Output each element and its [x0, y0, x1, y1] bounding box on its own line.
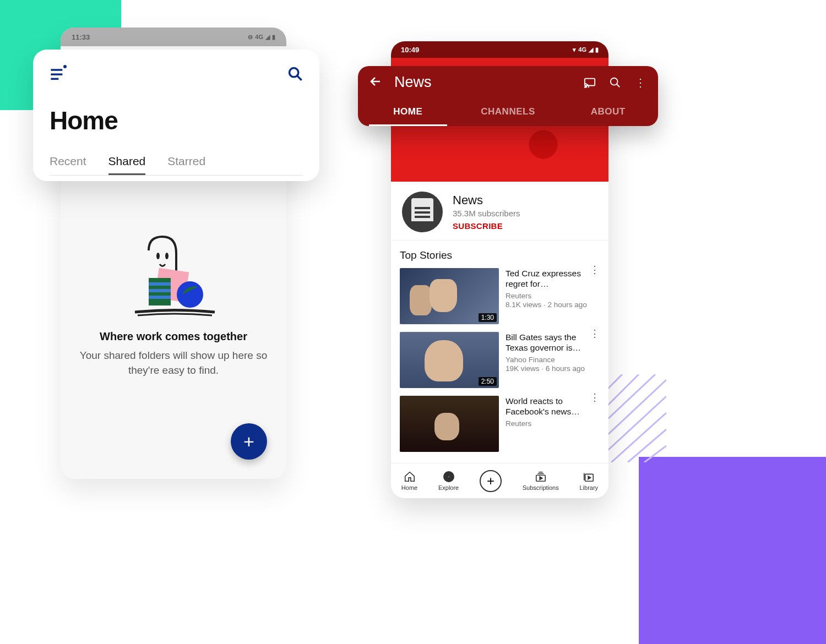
svg-rect-16: [149, 289, 171, 292]
tab-starred[interactable]: Starred: [167, 155, 205, 175]
video-thumbnail[interactable]: 2:50: [400, 332, 499, 388]
svg-rect-17: [149, 296, 171, 299]
page-title: Home: [50, 106, 303, 135]
channel-subcount: 35.3M subscribers: [453, 209, 520, 218]
svg-rect-27: [585, 78, 595, 85]
kebab-icon[interactable]: ⋮: [590, 332, 600, 335]
video-source: Yahoo Finance: [506, 356, 590, 364]
kebab-icon[interactable]: ⋮: [590, 396, 600, 399]
tab-home[interactable]: HOME: [358, 99, 458, 126]
channel-header: News 35.3M subscribers SUBSCRIBE: [391, 182, 608, 240]
search-icon[interactable]: [608, 76, 622, 89]
svg-rect-15: [149, 282, 171, 286]
tab-about[interactable]: ABOUT: [558, 99, 658, 126]
video-title: Ted Cruz expresses regret for controvers…: [506, 268, 590, 290]
video-source: Reuters: [506, 292, 590, 300]
section-title: Top Stories: [400, 249, 600, 261]
kebab-icon[interactable]: ⋮: [634, 76, 647, 89]
video-thumbnail[interactable]: [400, 396, 499, 452]
home-tabs: Recent Shared Starred: [50, 155, 303, 176]
tab-shared[interactable]: Shared: [108, 155, 146, 175]
status-icons: ⊖4G◢▮: [248, 34, 275, 41]
svg-point-18: [177, 281, 203, 308]
channel-name: News: [453, 193, 520, 208]
nav-create[interactable]: +: [480, 470, 502, 492]
svg-line-9: [628, 429, 666, 462]
video-item[interactable]: 1:30 Ted Cruz expresses regret for contr…: [400, 268, 600, 324]
dropbox-header-card: Home Recent Shared Starred: [33, 50, 319, 181]
svg-line-30: [617, 84, 620, 87]
channel-avatar[interactable]: [402, 192, 443, 232]
top-stories-section: Top Stories 1:30 Ted Cruz expresses regr…: [391, 240, 608, 463]
svg-line-8: [611, 413, 666, 462]
video-source: Reuters: [506, 419, 590, 428]
svg-point-11: [156, 253, 160, 259]
youtube-appbar-card: News ⋮ HOME CHANNELS ABOUT: [358, 66, 658, 126]
decor-purple-square: [639, 457, 826, 644]
video-item[interactable]: World reacts to Facebook's news ban… Reu…: [400, 396, 600, 452]
svg-point-22: [290, 68, 298, 77]
kebab-icon[interactable]: ⋮: [590, 268, 600, 271]
status-bar: 10:49 ▾4G◢▮: [391, 41, 608, 58]
video-stats: 19K views · 6 hours ago: [506, 364, 590, 373]
svg-point-29: [611, 78, 618, 85]
video-item[interactable]: 2:50 Bill Gates says the Texas governor …: [400, 332, 600, 388]
video-title: Bill Gates says the Texas governor is 'w…: [506, 332, 590, 353]
bottom-nav: Home Explore + Subscriptions Library: [391, 463, 608, 498]
nav-subscriptions[interactable]: Subscriptions: [523, 471, 559, 491]
tab-channels[interactable]: CHANNELS: [458, 99, 558, 126]
empty-subtext: Your shared folders will show up here so…: [61, 348, 286, 378]
svg-point-12: [165, 253, 169, 259]
nav-home[interactable]: Home: [401, 471, 417, 491]
subscribe-button[interactable]: SUBSCRIBE: [453, 221, 520, 231]
search-icon[interactable]: [287, 66, 303, 84]
svg-line-10: [644, 446, 666, 462]
menu-icon[interactable]: [50, 66, 65, 84]
cast-icon[interactable]: [583, 76, 596, 89]
appbar-title: News: [394, 74, 571, 91]
video-thumbnail[interactable]: 1:30: [400, 268, 499, 324]
svg-point-28: [585, 86, 586, 88]
svg-line-23: [297, 76, 302, 80]
nav-explore[interactable]: Explore: [438, 471, 459, 491]
video-stats: 8.1K views · 2 hours ago: [506, 301, 590, 309]
video-duration: 2:50: [479, 377, 497, 386]
status-time: 11:33: [72, 33, 90, 41]
status-bar: 11:33 ⊖4G◢▮: [61, 28, 286, 46]
video-title: World reacts to Facebook's news ban…: [506, 396, 590, 417]
empty-heading: Where work comes together: [61, 330, 286, 343]
status-icons: ▾4G◢▮: [573, 46, 599, 53]
channel-tabs: HOME CHANNELS ABOUT: [358, 99, 658, 126]
empty-illustration: [118, 234, 229, 322]
fab-create[interactable]: +: [231, 423, 267, 460]
back-icon[interactable]: [369, 75, 382, 90]
tab-recent[interactable]: Recent: [50, 155, 86, 175]
video-duration: 1:30: [479, 313, 497, 322]
status-time: 10:49: [401, 46, 419, 54]
nav-library[interactable]: Library: [579, 471, 598, 491]
